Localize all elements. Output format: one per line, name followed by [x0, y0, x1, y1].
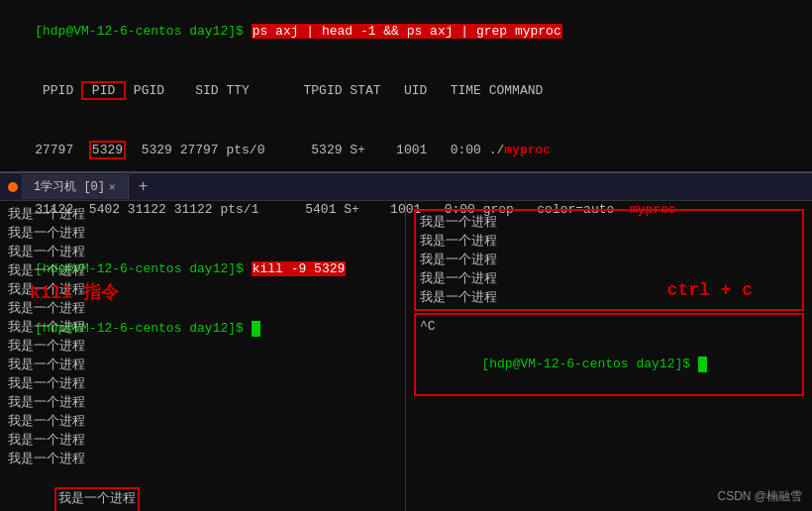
kill-instruction-label: kill 指令 [30, 280, 119, 304]
left-line-14: 我是一个进程 [8, 450, 397, 468]
left-panel: 我是一个进程 我是一个进程 我是一个进程 我是一个进程 我是一个进程 我是一个进… [0, 201, 406, 511]
row1-rest: 5329 27797 pts/0 5329 S+ 1001 0:00 ./ [126, 143, 504, 157]
right-line-3: 我是一个进程 [420, 251, 798, 269]
pid-col-box: PID [81, 81, 126, 100]
killed-box: 我是一个进程Killed [54, 487, 140, 511]
top-line1: [hdp@VM-12-6-centos day12]$ ps axj | hea… [4, 2, 808, 61]
left-line-2: 我是一个进程 [8, 224, 397, 243]
right-prompt-text: [hdp@VM-12-6-centos day12]$ [481, 357, 690, 371]
watermark: CSDN @楠融雪 [717, 488, 802, 505]
left-line-4: 我是一个进程 [8, 261, 397, 280]
left-line-10: 我是一个进程 [8, 374, 397, 393]
ppid-col: PPID [35, 83, 81, 98]
row1-ppid: 27797 [35, 143, 89, 157]
row1-myproc: myproc [504, 143, 551, 157]
table-header: PPID PID PGID SID TTY TPGID STAT UID TIM… [4, 61, 808, 121]
top-terminal: [hdp@VM-12-6-centos day12]$ ps axj | hea… [0, 0, 812, 173]
right-cursor [698, 357, 707, 372]
top-command1: ps axj | head -1 && ps axj | grep myproc [252, 24, 562, 39]
left-line-8: 我是一个进程 [8, 337, 397, 356]
top-prompt1: [hdp@VM-12-6-centos day12]$ [35, 24, 244, 39]
right-prompt-line: [hdp@VM-12-6-centos day12]$ [420, 336, 798, 392]
right-line-2: 我是一个进程 [420, 232, 798, 251]
table-row1: 27797 5329 5329 27797 pts/0 5329 S+ 1001… [4, 121, 808, 180]
left-line-13: 我是一个进程 [8, 431, 397, 450]
ctrl-c-box: ^C [hdp@VM-12-6-centos day12]$ [414, 313, 804, 396]
right-panel: 我是一个进程 我是一个进程 我是一个进程 我是一个进程 我是一个进程 ^C [h… [406, 201, 812, 511]
rest-header: PGID SID TTY TPGID STAT UID TIME COMMAND [126, 83, 543, 98]
left-line-7: 我是一个进程 [8, 318, 397, 337]
row1-pid-box: 5329 [89, 141, 126, 159]
ctrl-c-label: ctrl + c [667, 280, 753, 300]
left-killed-process-line: 我是一个进程Killed [8, 468, 397, 511]
left-line-3: 我是一个进程 [8, 243, 397, 261]
left-line-12: 我是一个进程 [8, 412, 397, 431]
bottom-area: 我是一个进程 我是一个进程 我是一个进程 我是一个进程 我是一个进程 我是一个进… [0, 201, 812, 511]
left-line-9: 我是一个进程 [8, 356, 397, 374]
right-line-1: 我是一个进程 [420, 213, 798, 232]
left-line-11: 我是一个进程 [8, 393, 397, 412]
ctrl-c-line: ^C [420, 317, 798, 336]
left-line-1: 我是一个进程 [8, 205, 397, 224]
